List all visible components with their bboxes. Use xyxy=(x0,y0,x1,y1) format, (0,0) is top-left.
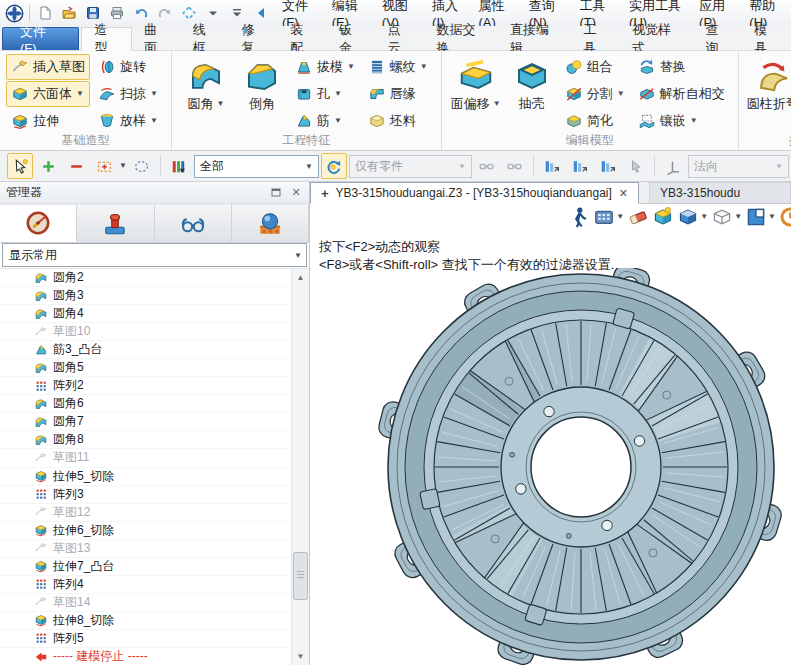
graycursor-button[interactable] xyxy=(623,153,649,179)
ribbon-tab-视觉样式[interactable]: 视觉样式 xyxy=(620,28,693,50)
graphics-canvas[interactable]: +YB3-315houduangai.Z3 - [YB3-315houqiand… xyxy=(310,182,791,665)
ribbon-tab-查询[interactable]: 查询 xyxy=(694,28,743,50)
ribbon-button-放样[interactable]: 放样▼ xyxy=(93,108,163,134)
ribbon-button-插入草图[interactable]: 插入草图 xyxy=(6,54,90,80)
ribbon-button-替换[interactable]: 替换 xyxy=(633,54,730,80)
tree-item-圆角7[interactable]: 圆角7 xyxy=(0,413,292,431)
linkgray-button[interactable] xyxy=(474,153,500,179)
chevron-down-icon[interactable]: ▼ xyxy=(616,213,624,221)
tree-item-圆角8[interactable]: 圆角8 xyxy=(0,431,292,449)
tree-item-阵列3[interactable]: 阵列3 xyxy=(0,486,292,504)
chevron-down-icon[interactable]: ▼ xyxy=(700,213,708,221)
ribbon-tab-工具[interactable]: 工具 xyxy=(571,28,620,50)
tree-scrollbar[interactable]: ▲ ▼ xyxy=(291,269,309,665)
ribbon-button-组合[interactable]: 组合 xyxy=(560,54,630,80)
axes-button[interactable] xyxy=(660,153,686,179)
listfilter-button[interactable] xyxy=(539,153,565,179)
ribbon-button-六面体[interactable]: 六面体▼ xyxy=(6,81,90,107)
chevron-down-icon[interactable]: ▼ xyxy=(734,213,742,221)
tree-item-草图10[interactable]: 草图10 xyxy=(0,323,292,341)
panel-close-icon[interactable]: ✕ xyxy=(289,187,303,199)
manager-tab-assembly-manager[interactable] xyxy=(77,204,154,242)
colorfilter-button[interactable] xyxy=(166,153,192,179)
ribbon-tab-造型[interactable]: 造型 xyxy=(81,27,132,51)
3d-model-end-cover[interactable] xyxy=(373,268,791,665)
ribbon-tab-钣金[interactable]: 钣金 xyxy=(327,28,376,50)
minus-button[interactable] xyxy=(63,153,89,179)
tree-item-圆角3[interactable]: 圆角3 xyxy=(0,287,292,305)
tree-filter-dropdown[interactable]: 显示常用 ▼ xyxy=(2,243,307,267)
ribbon-button-面偏移[interactable]: 面偏移▼ xyxy=(448,54,504,134)
lasso-button[interactable] xyxy=(129,153,155,179)
ribbon-tab-直接编辑[interactable]: 直接编辑 xyxy=(498,28,571,50)
ribbon-button-拔模[interactable]: 拔模▼ xyxy=(290,54,360,80)
open-icon[interactable] xyxy=(57,2,81,24)
ribbon-tab-模具[interactable]: 模具 xyxy=(742,28,791,50)
close-tab-icon[interactable]: ✕ xyxy=(619,187,628,200)
listfilter-button[interactable] xyxy=(595,153,621,179)
chevron-down-icon[interactable]: ▼ xyxy=(768,213,776,221)
view-button-keypad[interactable]: ▼ xyxy=(593,206,624,228)
ribbon-button-简化[interactable]: 简化 xyxy=(560,108,630,134)
ribbon-button-分割[interactable]: 分割▼ xyxy=(560,81,630,107)
ribbon-button-解析自相交[interactable]: 解析自相交 xyxy=(633,81,730,107)
tree-item-草图11[interactable]: 草图11 xyxy=(0,449,292,467)
document-tab[interactable]: +YB3-315houduangai.Z3 - [YB3-315houqiand… xyxy=(310,182,639,204)
document-tab[interactable]: YB3-315houdu xyxy=(649,182,791,203)
ribbon-button-拉伸[interactable]: 拉伸 xyxy=(6,108,90,134)
tree-item-阵列5[interactable]: 阵列5 xyxy=(0,630,292,648)
tree-item-圆角2[interactable]: 圆角2 xyxy=(0,269,292,287)
part-filter-dropdown[interactable]: 仅有零件▼ xyxy=(349,155,472,178)
ribbon-tab-数据交换[interactable]: 数据交换 xyxy=(424,28,497,50)
ribbon-button-镶嵌[interactable]: 镶嵌▼ xyxy=(633,108,730,134)
view-button-cubewire[interactable]: ▼ xyxy=(711,206,742,228)
ribbon-button-抽壳[interactable]: 抽壳 xyxy=(504,54,560,134)
tree-item-圆角5[interactable]: 圆角5 xyxy=(0,359,292,377)
ribbon-tab-线框[interactable]: 线框 xyxy=(181,28,230,50)
ribbon-tab-修复[interactable]: 修复 xyxy=(230,28,279,50)
recycle-button[interactable] xyxy=(321,153,347,179)
view-button-clock[interactable] xyxy=(779,206,791,228)
view-button-eraser[interactable] xyxy=(627,206,649,228)
tree-item-草图13[interactable]: 草图13 xyxy=(0,540,292,558)
tree-item-拉伸8_切除[interactable]: 拉伸8_切除 xyxy=(0,612,292,630)
new-tab-icon[interactable]: + xyxy=(321,186,329,201)
tree-item-圆角4[interactable]: 圆角4 xyxy=(0,305,292,323)
tree-item-圆角6[interactable]: 圆角6 xyxy=(0,395,292,413)
manager-tab-visibility-manager[interactable] xyxy=(155,204,232,242)
chevron-down-icon[interactable]: ▼ xyxy=(119,162,127,170)
new-icon[interactable] xyxy=(33,2,57,24)
ribbon-button-圆柱折弯[interactable]: 圆柱折弯 xyxy=(745,54,791,134)
linkgray-button[interactable] xyxy=(502,153,528,179)
ribbon-file-tab[interactable]: 文件(F) xyxy=(2,27,79,50)
entity-filter-dropdown[interactable]: 全部▼ xyxy=(194,155,319,178)
orientation-dropdown[interactable]: 法向▼ xyxy=(688,155,789,178)
ribbon-button-孔[interactable]: 孔▼ xyxy=(290,81,360,107)
view-button-pinbox[interactable] xyxy=(652,206,674,228)
ribbon-button-螺纹[interactable]: 螺纹▼ xyxy=(363,54,433,80)
tree-item-草图12[interactable]: 草图12 xyxy=(0,504,292,522)
ribbon-button-坯料[interactable]: 坯料 xyxy=(363,108,433,134)
rectsel-button[interactable] xyxy=(91,153,117,179)
ribbon-button-筋[interactable]: 筋▼ xyxy=(290,108,360,134)
panel-restore-icon[interactable] xyxy=(269,187,283,199)
ribbon-tab-点云[interactable]: 点云 xyxy=(376,28,425,50)
scroll-down-icon[interactable]: ▼ xyxy=(292,648,309,665)
tree-item------ 建模停止 -----[interactable]: ----- 建模停止 ----- xyxy=(0,648,292,665)
view-button-cubeshaded[interactable]: ▼ xyxy=(677,206,708,228)
ribbon-tab-曲面[interactable]: 曲面 xyxy=(132,28,181,50)
ribbon-button-扫掠[interactable]: 扫掠▼ xyxy=(93,81,163,107)
manager-tab-render-manager[interactable] xyxy=(232,204,309,242)
view-button-walk[interactable] xyxy=(568,206,590,228)
ribbon-button-倒角[interactable]: 倒角 xyxy=(234,54,290,134)
scroll-up-icon[interactable]: ▲ xyxy=(292,269,309,286)
tree-item-阵列4[interactable]: 阵列4 xyxy=(0,576,292,594)
tree-item-阵列2[interactable]: 阵列2 xyxy=(0,377,292,395)
listfilter-button[interactable] xyxy=(567,153,593,179)
ribbon-button-唇缘[interactable]: 唇缘 xyxy=(363,81,433,107)
pick-button[interactable] xyxy=(7,153,33,179)
view-button-section[interactable]: ▼ xyxy=(745,206,776,228)
tree-item-拉伸5_切除[interactable]: 拉伸5_切除 xyxy=(0,468,292,486)
tree-item-筋3_凸台[interactable]: 筋3_凸台 xyxy=(0,341,292,359)
tree-item-拉伸7_凸台[interactable]: 拉伸7_凸台 xyxy=(0,558,292,576)
